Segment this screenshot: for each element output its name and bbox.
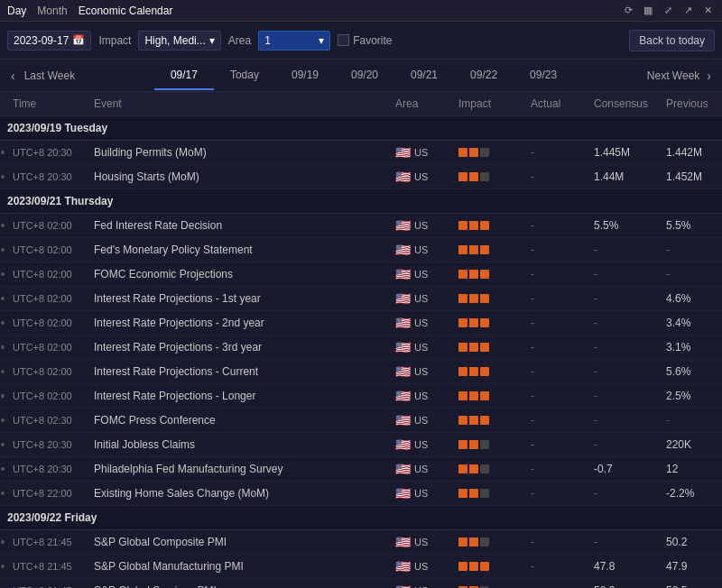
dash-value: -: [531, 438, 534, 451]
country-code: US: [414, 269, 428, 280]
event-name[interactable]: Fed Interest Rate Decision: [87, 214, 388, 238]
event-area: 🇺🇸 US: [388, 311, 451, 335]
dash-value: -: [531, 560, 534, 573]
indicator-dot: [1, 492, 5, 495]
next-week-label[interactable]: Next Week: [647, 69, 699, 82]
prev-arrow-icon[interactable]: ‹: [7, 69, 19, 83]
event-time: UTC+8 20:30: [5, 433, 87, 457]
event-name[interactable]: Interest Rate Projections - Current: [87, 360, 388, 384]
close-icon[interactable]: ✕: [700, 4, 715, 18]
table-row[interactable]: UTC+8 22:00 Existing Home Sales Change (…: [0, 482, 722, 506]
event-name[interactable]: FOMC Press Conference: [87, 409, 388, 433]
expand-icon[interactable]: ⤢: [661, 4, 675, 18]
area-dropdown[interactable]: 1 ▾: [258, 31, 330, 51]
table-row[interactable]: UTC+8 02:00 Interest Rate Projections - …: [0, 384, 722, 409]
event-impact: [451, 530, 523, 555]
impact-bar-empty: [480, 172, 489, 181]
favorite-checkbox[interactable]: [338, 34, 349, 46]
table-row[interactable]: UTC+8 02:00 Interest Rate Projections - …: [0, 360, 722, 384]
country-code: US: [414, 439, 428, 450]
impact-bar-filled: [480, 562, 489, 571]
nav-date-today[interactable]: Today: [214, 61, 275, 90]
event-name[interactable]: S&P Global Composite PMI: [87, 530, 388, 555]
table-row[interactable]: UTC+8 02:00 Interest Rate Projections - …: [0, 311, 722, 335]
back-to-today-button[interactable]: Back to today: [629, 30, 715, 51]
calendar-icon[interactable]: ▦: [641, 4, 655, 18]
nav-date-0917[interactable]: 09/17: [154, 61, 214, 90]
event-name[interactable]: Fed's Monetary Policy Statement: [87, 238, 388, 262]
country-code: US: [414, 366, 428, 377]
impact-bar-filled: [458, 148, 467, 157]
event-name[interactable]: Initial Jobless Claims: [87, 433, 388, 457]
event-actual: -: [523, 433, 587, 457]
event-name[interactable]: Housing Starts (MoM): [87, 165, 388, 189]
country-code: US: [414, 415, 428, 426]
impact-bar-filled: [469, 416, 478, 425]
area-label: Area: [228, 34, 251, 47]
impact-bar-filled: [458, 318, 467, 327]
table-row[interactable]: UTC+8 02:00 FOMC Economic Projections 🇺🇸…: [0, 262, 722, 287]
event-consensus: -: [587, 287, 659, 311]
table-row[interactable]: UTC+8 02:00 Interest Rate Projections - …: [0, 335, 722, 360]
event-name[interactable]: FOMC Economic Projections: [87, 262, 388, 287]
event-area: 🇺🇸 US: [388, 482, 451, 506]
nav-date-0919[interactable]: 09/19: [275, 61, 335, 90]
country-code: US: [414, 147, 428, 158]
refresh-icon[interactable]: ⟳: [621, 4, 635, 18]
nav-date-0922[interactable]: 09/22: [454, 61, 514, 90]
nav-date-0921[interactable]: 09/21: [394, 61, 454, 90]
event-name[interactable]: S&P Global Manufacturing PMI: [87, 555, 388, 579]
event-name[interactable]: Interest Rate Projections - Longer: [87, 384, 388, 409]
tab-day[interactable]: Day: [7, 5, 26, 17]
area-value: 1: [264, 34, 271, 47]
event-actual: -: [523, 165, 587, 189]
table-row[interactable]: UTC+8 21:45 S&P Global Manufacturing PMI…: [0, 555, 722, 579]
event-name[interactable]: Existing Home Sales Change (MoM): [87, 482, 388, 506]
event-impact: [451, 262, 523, 287]
event-name[interactable]: S&P Global Services PMI: [87, 579, 388, 589]
impact-bar-filled: [469, 148, 478, 157]
dash-value: -: [531, 292, 534, 305]
table-row[interactable]: UTC+8 20:30 Housing Starts (MoM) 🇺🇸 US -…: [0, 165, 722, 189]
table-row[interactable]: UTC+8 02:00 Fed Interest Rate Decision 🇺…: [0, 214, 722, 238]
event-actual: -: [523, 555, 587, 579]
event-impact: [451, 457, 523, 482]
dash-value: -: [531, 584, 534, 588]
next-arrow-icon[interactable]: ›: [703, 69, 715, 83]
table-row[interactable]: UTC+8 02:30 FOMC Press Conference 🇺🇸 US …: [0, 409, 722, 433]
popout-icon[interactable]: ↗: [680, 4, 695, 18]
favorite-checkbox-wrapper[interactable]: Favorite: [338, 34, 392, 47]
event-consensus: -0.7: [587, 457, 659, 482]
table-row[interactable]: UTC+8 02:00 Fed's Monetary Policy Statem…: [0, 238, 722, 262]
event-area: 🇺🇸 US: [388, 141, 451, 165]
event-impact: [451, 555, 523, 579]
table-row[interactable]: UTC+8 02:00 Interest Rate Projections - …: [0, 287, 722, 311]
event-name[interactable]: Interest Rate Projections - 3rd year: [87, 335, 388, 360]
impact-dropdown[interactable]: High, Medi... ▾: [138, 31, 220, 51]
table-row[interactable]: UTC+8 21:45 S&P Global Services PMI 🇺🇸 U…: [0, 579, 722, 589]
event-impact: [451, 311, 523, 335]
table-row[interactable]: UTC+8 20:30 Initial Jobless Claims 🇺🇸 US…: [0, 433, 722, 457]
impact-bars: [458, 294, 516, 303]
event-name[interactable]: Interest Rate Projections - 2nd year: [87, 311, 388, 335]
event-name[interactable]: Building Permits (MoM): [87, 141, 388, 165]
table-row[interactable]: UTC+8 20:30 Philadelphia Fed Manufacturi…: [0, 457, 722, 482]
nav-date-0920[interactable]: 09/20: [335, 61, 394, 90]
date-input[interactable]: 2023-09-17 📅: [7, 31, 91, 51]
event-area: 🇺🇸 US: [388, 335, 451, 360]
impact-bar-filled: [480, 343, 489, 352]
table-row[interactable]: UTC+8 21:45 S&P Global Composite PMI 🇺🇸 …: [0, 530, 722, 555]
event-name[interactable]: Philadelphia Fed Manufacturing Survey: [87, 457, 388, 482]
last-week-label[interactable]: Last Week: [19, 69, 80, 82]
table-row[interactable]: UTC+8 20:30 Building Permits (MoM) 🇺🇸 US…: [0, 141, 722, 165]
event-previous: 4.6%: [659, 287, 722, 311]
th-previous: Previous: [659, 92, 722, 116]
impact-bar-empty: [480, 464, 489, 473]
tab-month[interactable]: Month: [37, 5, 67, 17]
event-actual: -: [523, 482, 587, 506]
next-week-wrapper[interactable]: Next Week ›: [647, 69, 715, 83]
nav-date-0923[interactable]: 09/23: [514, 61, 573, 90]
impact-value: High, Medi...: [144, 34, 205, 47]
event-time: UTC+8 20:30: [5, 457, 87, 482]
event-name[interactable]: Interest Rate Projections - 1st year: [87, 287, 388, 311]
